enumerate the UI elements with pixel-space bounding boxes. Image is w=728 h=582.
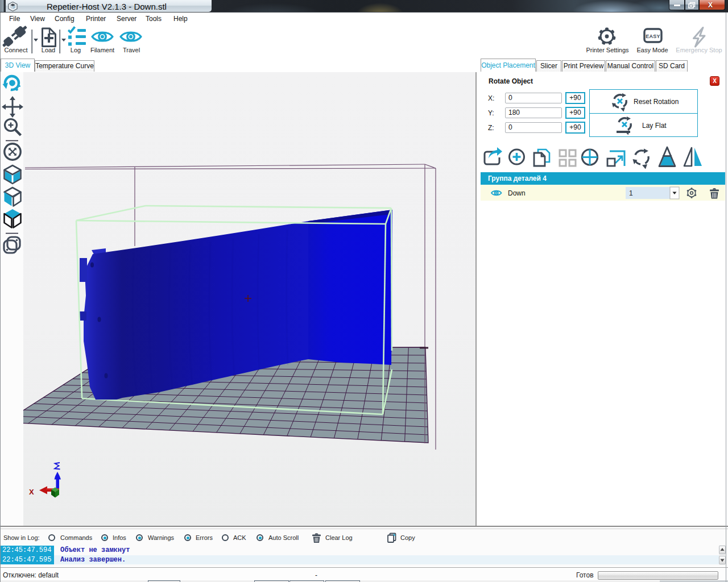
svg-text:EASY: EASY bbox=[646, 34, 660, 39]
svg-text:Down: Down bbox=[508, 189, 526, 197]
svg-text:Lay Flat: Lay Flat bbox=[642, 122, 667, 130]
svg-text:1: 1 bbox=[629, 189, 633, 197]
svg-text:Reset Rotation: Reset Rotation bbox=[634, 98, 679, 106]
svg-text:X: X bbox=[29, 488, 34, 496]
